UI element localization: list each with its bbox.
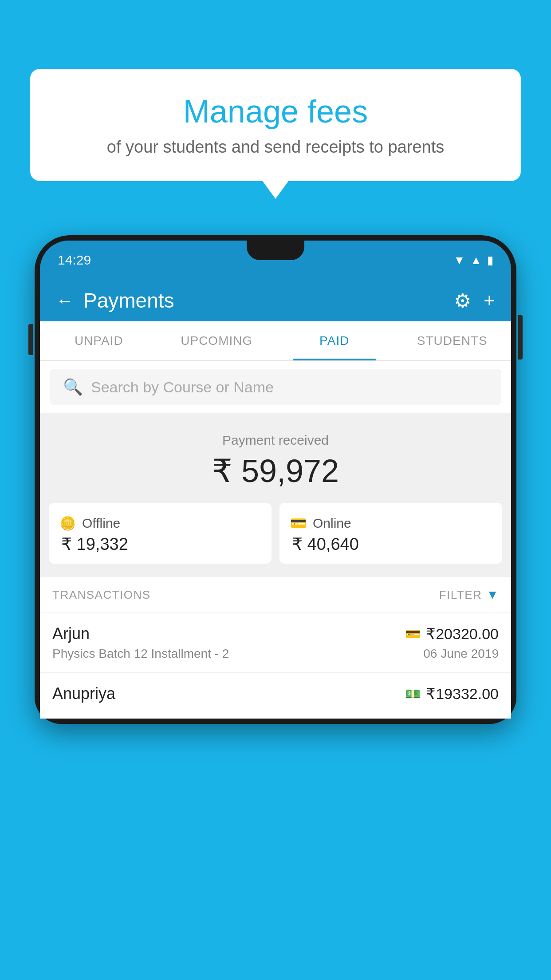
status-icons: ▼ ▲ ▮ bbox=[454, 253, 493, 267]
offline-icon: 🪙 bbox=[59, 515, 76, 531]
online-amount: ₹ 40,640 bbox=[290, 534, 492, 554]
transaction-row-top-2: Anupriya 💵 ₹19332.00 bbox=[52, 684, 499, 703]
payment-received-amount: ₹ 59,972 bbox=[49, 452, 502, 490]
tab-students[interactable]: STUDENTS bbox=[394, 321, 512, 360]
online-icon: 💳 bbox=[290, 515, 307, 531]
transaction-amount-2: ₹19332.00 bbox=[426, 685, 499, 703]
transaction-course: Physics Batch 12 Installment - 2 bbox=[52, 647, 229, 661]
transaction-row-bottom: Physics Batch 12 Installment - 2 06 June… bbox=[52, 647, 499, 661]
filter-container[interactable]: FILTER ▼ bbox=[439, 588, 499, 602]
search-bar-container: 🔍 Search by Course or Name bbox=[40, 361, 511, 413]
transaction-name: Arjun bbox=[52, 624, 90, 643]
speech-bubble-title: Manage fees bbox=[57, 93, 494, 130]
header-left: ← Payments bbox=[56, 288, 174, 312]
online-card-header: 💳 Online bbox=[290, 515, 492, 531]
wifi-icon: ▼ bbox=[454, 253, 465, 267]
speech-bubble-subtitle: of your students and send receipts to pa… bbox=[57, 138, 494, 157]
search-icon: 🔍 bbox=[63, 378, 83, 396]
app-header: ← Payments ⚙ + bbox=[40, 280, 511, 321]
transaction-amount-container: 💳 ₹20320.00 bbox=[405, 625, 499, 643]
transaction-payment-icon-2: 💵 bbox=[405, 687, 421, 701]
transaction-amount-container-2: 💵 ₹19332.00 bbox=[405, 685, 499, 703]
search-bar[interactable]: 🔍 Search by Course or Name bbox=[50, 369, 501, 405]
online-label: Online bbox=[313, 516, 351, 531]
payment-received-section: Payment received ₹ 59,972 bbox=[40, 413, 511, 503]
transaction-date: 06 June 2019 bbox=[423, 647, 499, 661]
notch bbox=[247, 241, 304, 260]
offline-card-header: 🪙 Offline bbox=[59, 515, 261, 531]
speech-bubble-container: Manage fees of your students and send re… bbox=[30, 69, 521, 181]
phone-mockup: 14:29 ▼ ▲ ▮ ← Payments ⚙ + UNPAID bbox=[35, 235, 516, 980]
offline-amount: ₹ 19,332 bbox=[59, 534, 261, 554]
back-button[interactable]: ← bbox=[56, 291, 74, 311]
status-bar: 14:29 ▼ ▲ ▮ bbox=[40, 241, 511, 280]
transactions-label: TRANSACTIONS bbox=[52, 588, 151, 602]
app-title: Payments bbox=[83, 288, 174, 312]
payment-received-label: Payment received bbox=[49, 433, 502, 448]
phone-outer: 14:29 ▼ ▲ ▮ ← Payments ⚙ + UNPAID bbox=[35, 235, 516, 724]
settings-icon[interactable]: ⚙ bbox=[454, 289, 471, 312]
filter-label: FILTER bbox=[439, 588, 482, 602]
status-time: 14:29 bbox=[58, 253, 91, 268]
tab-unpaid[interactable]: UNPAID bbox=[40, 321, 158, 360]
transactions-header: TRANSACTIONS FILTER ▼ bbox=[40, 577, 511, 613]
payment-cards: 🪙 Offline ₹ 19,332 💳 Online ₹ 40,640 bbox=[40, 503, 511, 577]
battery-icon: ▮ bbox=[487, 253, 493, 267]
transaction-amount: ₹20320.00 bbox=[426, 625, 499, 643]
transaction-row-top: Arjun 💳 ₹20320.00 bbox=[52, 624, 499, 643]
transaction-row[interactable]: Anupriya 💵 ₹19332.00 bbox=[40, 673, 511, 719]
offline-payment-card: 🪙 Offline ₹ 19,332 bbox=[49, 503, 272, 564]
phone-side-button-right bbox=[518, 315, 523, 360]
app-content: 🔍 Search by Course or Name Payment recei… bbox=[40, 361, 511, 719]
add-icon[interactable]: + bbox=[484, 289, 495, 312]
offline-label: Offline bbox=[82, 516, 120, 531]
tabs-container: UNPAID UPCOMING PAID STUDENTS bbox=[40, 321, 511, 361]
tab-paid[interactable]: PAID bbox=[276, 321, 394, 360]
transaction-row[interactable]: Arjun 💳 ₹20320.00 Physics Batch 12 Insta… bbox=[40, 613, 511, 673]
phone-side-button-left bbox=[28, 324, 33, 355]
transaction-name-2: Anupriya bbox=[52, 684, 115, 703]
search-placeholder: Search by Course or Name bbox=[91, 379, 274, 396]
header-right: ⚙ + bbox=[454, 289, 495, 312]
filter-icon: ▼ bbox=[486, 588, 499, 602]
tab-upcoming[interactable]: UPCOMING bbox=[158, 321, 276, 360]
transaction-payment-icon: 💳 bbox=[405, 627, 421, 641]
signal-icon: ▲ bbox=[470, 253, 482, 267]
online-payment-card: 💳 Online ₹ 40,640 bbox=[279, 503, 502, 564]
speech-bubble: Manage fees of your students and send re… bbox=[30, 69, 521, 181]
